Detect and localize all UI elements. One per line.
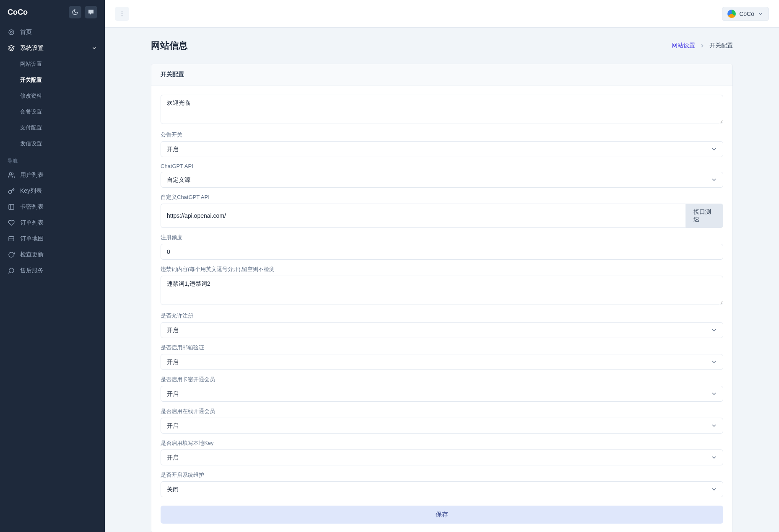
reg-quota-input[interactable] bbox=[161, 244, 723, 260]
switch-config-card: 开关配置 公告开关 开启 ChatGPT API 自定义源 bbox=[151, 64, 733, 532]
sidebar-sub-mail[interactable]: 发信设置 bbox=[0, 136, 105, 152]
sidebar-item-label: Key列表 bbox=[20, 187, 42, 195]
key-icon bbox=[8, 188, 15, 194]
sidebar-item-label: 系统设置 bbox=[20, 44, 44, 52]
sidebar-item-label: 订单地图 bbox=[20, 235, 44, 243]
chatgpt-api-select[interactable]: 自定义源 bbox=[161, 172, 723, 188]
svg-point-7 bbox=[122, 11, 122, 12]
sidebar-item-cards[interactable]: 卡密列表 bbox=[0, 199, 105, 215]
sidebar-item-label: 售后服务 bbox=[20, 267, 44, 274]
banned-words-textarea[interactable] bbox=[161, 276, 723, 305]
announcement-textarea[interactable] bbox=[161, 95, 723, 124]
allow-register-label: 是否允许注册 bbox=[161, 312, 723, 320]
sidebar-item-label: 卡密列表 bbox=[20, 203, 44, 211]
api-speedtest-button[interactable]: 接口测速 bbox=[686, 204, 723, 228]
sidebar-item-ordermap[interactable]: 订单地图 bbox=[0, 231, 105, 247]
chevron-down-icon bbox=[91, 45, 97, 51]
sidebar-item-users[interactable]: 用户列表 bbox=[0, 167, 105, 183]
sidebar-item-label: 检查更新 bbox=[20, 251, 44, 258]
svg-point-3 bbox=[9, 173, 11, 175]
topbar: CoCo bbox=[105, 0, 779, 28]
theme-toggle-icon[interactable] bbox=[69, 6, 81, 18]
save-button[interactable]: 保存 bbox=[161, 506, 723, 524]
users-icon bbox=[8, 172, 15, 178]
card-icon bbox=[8, 204, 15, 210]
card-member-label: 是否启用卡密开通会员 bbox=[161, 376, 723, 383]
allow-register-select[interactable]: 开启 bbox=[161, 322, 723, 338]
svg-rect-5 bbox=[9, 237, 14, 241]
sidebar-sub-pay[interactable]: 支付配置 bbox=[0, 120, 105, 136]
heart-icon bbox=[8, 220, 15, 226]
sidebar-item-settings[interactable]: 系统设置 bbox=[0, 40, 105, 56]
home-icon bbox=[8, 29, 15, 36]
announce-switch-select[interactable]: 开启 bbox=[161, 141, 723, 157]
page-title: 网站信息 bbox=[151, 39, 188, 52]
sidebar-sub-profile[interactable]: 修改资料 bbox=[0, 88, 105, 104]
custom-api-input[interactable] bbox=[161, 204, 686, 228]
online-member-label: 是否启用在线开通会员 bbox=[161, 408, 723, 415]
sidebar-item-keys[interactable]: Key列表 bbox=[0, 183, 105, 199]
announcement-icon[interactable] bbox=[85, 6, 97, 18]
svg-marker-2 bbox=[8, 45, 14, 48]
chevron-down-icon bbox=[758, 11, 763, 17]
avatar bbox=[727, 10, 736, 18]
reg-quota-label: 注册额度 bbox=[161, 234, 723, 241]
maintenance-select[interactable]: 关闭 bbox=[161, 481, 723, 497]
sidebar-sub-plan[interactable]: 套餐设置 bbox=[0, 104, 105, 120]
sidebar: CoCo 首页 系统设置 网站设 bbox=[0, 0, 105, 532]
sidebar-item-label: 首页 bbox=[20, 28, 32, 36]
chevron-right-icon bbox=[699, 43, 705, 49]
breadcrumb-current: 开关配置 bbox=[709, 42, 733, 49]
map-icon bbox=[8, 235, 15, 242]
custom-api-label: 自定义ChatGPT API bbox=[161, 194, 723, 201]
sidebar-sub-site-settings[interactable]: 网站设置 bbox=[0, 56, 105, 72]
sidebar-item-home[interactable]: 首页 bbox=[0, 24, 105, 40]
local-key-label: 是否启用填写本地Key bbox=[161, 439, 723, 447]
card-member-select[interactable]: 开启 bbox=[161, 386, 723, 402]
sidebar-item-updates[interactable]: 检查更新 bbox=[0, 247, 105, 263]
kebab-menu-button[interactable] bbox=[115, 7, 129, 21]
svg-point-1 bbox=[10, 31, 12, 33]
local-key-select[interactable]: 开启 bbox=[161, 449, 723, 465]
email-verify-select[interactable]: 开启 bbox=[161, 354, 723, 370]
sidebar-section-heading: 导航 bbox=[0, 152, 105, 167]
sidebar-sub-switch-config[interactable]: 开关配置 bbox=[0, 72, 105, 88]
chat-icon bbox=[8, 267, 15, 274]
svg-point-8 bbox=[122, 13, 122, 14]
layers-icon bbox=[8, 45, 15, 52]
sidebar-item-label: 用户列表 bbox=[20, 171, 44, 179]
email-verify-label: 是否启用邮箱验证 bbox=[161, 344, 723, 351]
sidebar-item-orders[interactable]: 订单列表 bbox=[0, 215, 105, 231]
svg-point-9 bbox=[122, 15, 122, 16]
breadcrumb: 网站设置 开关配置 bbox=[672, 42, 733, 49]
banned-words-label: 违禁词内容(每个用英文逗号分开),留空则不检测 bbox=[161, 266, 723, 273]
sidebar-item-label: 订单列表 bbox=[20, 219, 44, 227]
breadcrumb-link[interactable]: 网站设置 bbox=[672, 42, 695, 49]
announce-switch-label: 公告开关 bbox=[161, 131, 723, 139]
brand-title: CoCo bbox=[8, 8, 28, 17]
sidebar-item-support[interactable]: 售后服务 bbox=[0, 263, 105, 279]
user-name: CoCo bbox=[739, 10, 754, 17]
maintenance-label: 是否开启系统维护 bbox=[161, 471, 723, 479]
card-header: 开关配置 bbox=[151, 64, 732, 85]
refresh-icon bbox=[8, 251, 15, 258]
chatgpt-api-label: ChatGPT API bbox=[161, 163, 723, 169]
svg-rect-4 bbox=[9, 204, 14, 209]
svg-point-0 bbox=[9, 30, 14, 35]
user-menu[interactable]: CoCo bbox=[722, 7, 769, 21]
online-member-select[interactable]: 开启 bbox=[161, 418, 723, 434]
